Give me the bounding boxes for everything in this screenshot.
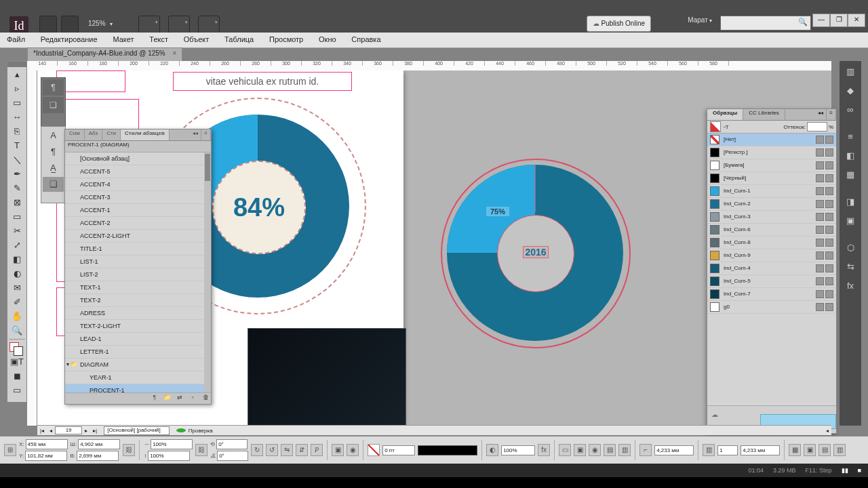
swatch-row[interactable]: Ind_Com-7 [707,288,836,301]
stroke-weight-field[interactable]: 0 пт [382,445,415,455]
chart-center[interactable]: 2016 [497,215,574,292]
corner-radius-field[interactable]: 4,233 мм [654,445,694,455]
color-panel-icon[interactable]: ◧ [841,148,860,164]
menu-view[interactable]: Просмотр [262,33,310,46]
rotate-ccw-icon[interactable]: ↺ [266,444,278,456]
maximize-button[interactable]: ❐ [830,14,848,27]
prev-page-icon[interactable]: ◂ [47,428,55,434]
shear-field[interactable]: 0° [217,451,248,461]
menu-help[interactable]: Справка [344,33,387,46]
swatch-row[interactable]: g0 [707,301,836,314]
scalex-field[interactable]: 100% [151,439,193,449]
view-options-btn[interactable] [138,16,160,33]
align-grid-icon[interactable]: ▦ [789,444,801,456]
active-panel-icon[interactable]: ❏ [43,177,64,192]
style-row[interactable]: DIAGRAM [65,359,211,371]
para-styles-icon[interactable]: ¶ [43,144,64,159]
textwrap-shape-icon[interactable]: ◉ [589,444,601,456]
style-map-icon[interactable]: ⇄ [174,394,185,401]
menu-type[interactable]: Текст [142,33,175,46]
rotate-cw-icon[interactable]: ↻ [251,444,263,456]
scissors-tool[interactable]: ✂ [8,224,26,238]
note-tool[interactable]: ✉ [8,281,26,295]
arrange-btn[interactable] [198,16,220,33]
publish-online-button[interactable]: Publish Online [587,16,651,32]
corner-options-icon[interactable]: ⌐ [639,444,652,456]
swatch-row[interactable]: Ind_Com-4 [707,262,836,275]
swatch-row[interactable]: [Черный] [707,172,836,185]
select-content-icon[interactable]: ◉ [347,444,359,456]
screen-mode-btn[interactable] [168,16,190,33]
swatch-row[interactable]: [Нет] [707,134,836,146]
styles-list[interactable]: [Основной абзац]ACCENT-5ACCENT-4ACCENT-3… [65,152,211,392]
close-button[interactable]: ✕ [848,14,865,27]
menu-file[interactable]: Файл [0,33,32,46]
pencil-tool[interactable]: ✎ [8,182,26,195]
style-row[interactable]: TEXT-2-LIGHT [65,320,211,333]
effects-icon[interactable]: fx [538,444,550,456]
style-row[interactable]: TITLE-1 [65,243,211,256]
scrollbar[interactable] [204,152,211,392]
direct-selection-tool[interactable]: ▹ [8,82,26,96]
constrain-icon[interactable]: ⛓ [123,444,135,456]
clear-override-icon[interactable]: ¶ [149,394,160,401]
page-tool[interactable]: ▭ [8,96,26,110]
y-field[interactable]: 101,82 мм [25,451,67,461]
columns-field[interactable]: 1 [717,445,738,455]
reference-point-icon[interactable]: ⊞ [4,444,16,456]
panel-icon[interactable]: ❏ [43,97,64,113]
master-dropdown[interactable]: [Основной] [рабочий] [104,426,170,435]
style-row[interactable]: LIST-2 [65,268,211,281]
align-panel-icon[interactable]: ⇆ [841,259,860,275]
flip-h-icon[interactable]: ⇋ [281,444,293,456]
swatch-row[interactable]: Ind_Com-6 [707,224,836,237]
swatch-row[interactable]: [Бумага] [707,159,836,172]
rotate-field[interactable]: 0° [216,439,248,449]
menu-window[interactable]: Окно [312,33,343,46]
style-row[interactable]: [Основной абзац] [65,152,211,165]
menu-object[interactable]: Объект [177,33,216,46]
panel-menu-icon[interactable]: ≡ [201,129,211,140]
panel-collapse-icon[interactable]: ◂◂ [190,129,201,140]
help-search-input[interactable] [720,16,811,30]
type-tool[interactable]: T [8,139,26,152]
page-number-input[interactable]: 19 [55,426,82,434]
tab[interactable]: Сим [65,129,85,140]
first-page-icon[interactable]: |◂ [37,428,47,434]
fitting-icon[interactable]: ▤ [818,444,831,456]
object-styles-icon[interactable]: A̲ [43,161,64,176]
zoom-tool[interactable]: 🔍 [8,324,26,338]
style-row[interactable]: LETTER-1 [65,346,211,359]
swatch-row[interactable]: Ind_Com-5 [707,275,836,288]
panel-grip[interactable] [7,62,26,67]
style-row[interactable]: TEXT-2 [65,294,211,307]
stop-icon[interactable]: ■ [858,467,861,474]
new-style-icon[interactable]: ▫ [187,394,198,401]
last-page-icon[interactable]: ▸| [90,428,100,434]
constrain-scale-icon[interactable]: ⛓ [195,444,208,456]
tint-input[interactable] [807,122,827,131]
hand-tool[interactable]: ✋ [8,310,26,323]
pathfinder-panel-icon[interactable]: ⬡ [841,240,860,256]
swatch-row[interactable]: Ind_Com-2 [707,198,836,211]
rectangle-frame-tool[interactable]: ⊠ [8,196,26,209]
swatch-row[interactable]: Ind_Com-1 [707,185,836,198]
stroke-panel-icon[interactable]: ≡ [841,129,860,145]
workspace-switcher[interactable]: Марат [688,16,712,24]
object-styles-panel-icon[interactable]: ▣ [841,213,860,229]
style-row[interactable]: PROCENT-1 [65,384,211,392]
layers-panel-icon[interactable]: ◆ [841,83,860,99]
panel-menu-icon[interactable]: ≡ [827,109,836,120]
menu-table[interactable]: Таблица [218,33,260,46]
style-row[interactable]: YEAR-1 [65,371,211,384]
view-mode-btn-2[interactable] [61,16,79,33]
w-field[interactable]: 4,902 мм [78,439,120,449]
textwrap-jump-icon[interactable]: ▤ [604,444,616,456]
swatch-row[interactable]: [Регистр.] [707,146,836,159]
links-panel-icon[interactable]: ∞ [841,102,860,118]
gutter-field[interactable]: 4,233 мм [741,445,780,455]
text-frame[interactable]: vitae vehicula ex rutrum id. [173,72,352,91]
opacity-field[interactable]: 100% [501,445,535,455]
scroll-thumb[interactable] [205,154,210,181]
formatting-container[interactable]: ▣T [8,355,26,369]
